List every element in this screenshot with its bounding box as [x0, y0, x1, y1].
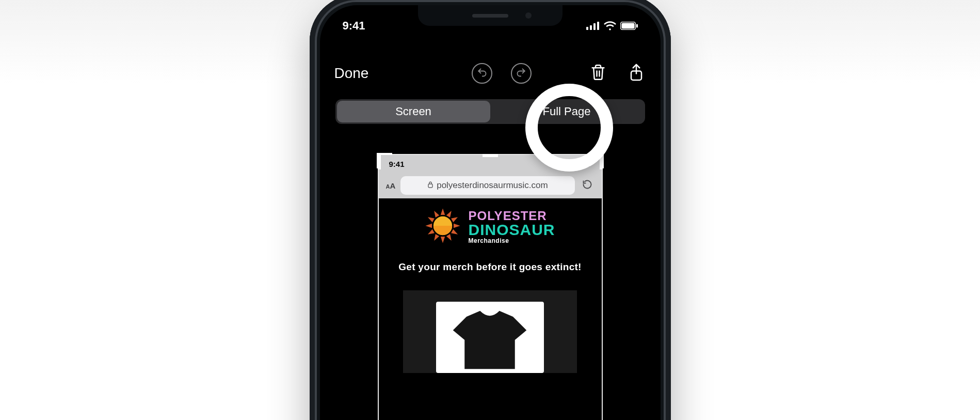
share-button[interactable]	[626, 61, 646, 85]
svg-rect-0	[586, 27, 588, 30]
share-icon	[629, 75, 644, 83]
crop-handle-top-center[interactable]	[483, 154, 498, 157]
screenshot-preview[interactable]: 9:41	[378, 154, 603, 420]
done-button[interactable]: Done	[334, 65, 369, 82]
cellular-icon	[586, 22, 600, 30]
segmented-control: Screen Full Page	[335, 99, 645, 124]
undo-icon	[477, 67, 487, 79]
tab-screen[interactable]: Screen	[337, 101, 490, 122]
svg-rect-3	[597, 22, 599, 30]
svg-rect-1	[590, 25, 592, 30]
battery-icon	[620, 22, 638, 30]
redo-icon	[516, 67, 526, 79]
trash-button[interactable]	[588, 61, 608, 85]
crop-frame[interactable]	[378, 154, 603, 420]
phone-notch	[418, 5, 563, 26]
svg-rect-6	[636, 24, 638, 28]
crop-handle-left[interactable]	[378, 154, 381, 169]
svg-rect-5	[621, 23, 634, 29]
tab-full-page[interactable]: Full Page	[490, 101, 644, 122]
crop-handle-right[interactable]	[600, 154, 603, 169]
status-time: 9:41	[343, 19, 365, 33]
svg-rect-2	[593, 23, 596, 30]
markup-toolbar: Done	[320, 54, 661, 95]
wifi-icon	[604, 21, 616, 30]
undo-button[interactable]	[472, 63, 492, 84]
trash-icon	[590, 75, 606, 83]
iphone-mockup: 9:41	[310, 0, 671, 420]
redo-button[interactable]	[511, 63, 532, 84]
